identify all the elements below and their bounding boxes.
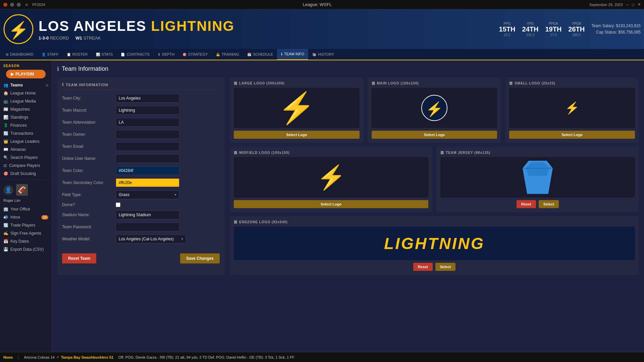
stadium-label: Stadium Name:: [62, 213, 116, 217]
standings-icon: 📊: [3, 115, 8, 120]
midfield-logo-header: 🖼 MIDFIELD LOGO (100x100): [234, 151, 428, 155]
form-row-city: Team City:: [62, 94, 220, 103]
maximize-button[interactable]: [17, 3, 21, 7]
midfield-logo-display: ⚡: [234, 157, 428, 197]
endzone-reset-button[interactable]: Reset: [413, 263, 433, 271]
tab-dashboard[interactable]: ⊞ DASHBOARD: [2, 49, 38, 60]
window-title: League: WSFL: [303, 2, 332, 7]
secondary-color-input[interactable]: [116, 178, 179, 187]
tab-stats[interactable]: 📊 STATS: [92, 49, 117, 60]
mascot-input[interactable]: [116, 106, 179, 115]
close-button[interactable]: [3, 3, 7, 7]
search-players-icon: 🔍: [3, 155, 8, 160]
sidebar: SEASON ▶ PLAY/SIM 👥 Teams ⊞ 🏠 League Hom…: [0, 60, 52, 352]
header-stats: PPG 15TH 25.5 YPG 24TH 330.5 PPGA 19TH 2…: [499, 22, 641, 37]
owner-input[interactable]: [116, 130, 179, 139]
large-logo-panel: 🖼 LARGE LOGO (300x300) ⚡ Select Logo: [230, 77, 364, 143]
tab-schedule[interactable]: 📅 SCHEDULE: [243, 49, 277, 60]
sidebar-item-draft-scouting[interactable]: 🎯 Draft Scouting: [0, 170, 52, 178]
logos-area: 🖼 LARGE LOGO (300x300) ⚡ Select Logo 🖼 M…: [230, 77, 639, 275]
score-display: Arizona Cobras 14 ✓ Tampa Bay Swashbuckl…: [24, 355, 113, 359]
jersey-display: [440, 157, 635, 197]
jersey-buttons: Reset Select: [440, 200, 635, 208]
team-logo: ⚡: [3, 14, 34, 44]
city-input[interactable]: [116, 94, 179, 103]
sidebar-item-standings[interactable]: 📊 Standings: [0, 113, 52, 121]
sidebar-item-transactions[interactable]: 🔄 Transactions: [0, 129, 52, 137]
abbr-input[interactable]: [116, 118, 179, 127]
tab-strategy[interactable]: 🎯 STRATEGY: [178, 49, 212, 60]
user-name: Roger Lim: [0, 198, 52, 205]
midfield-logo-panel: 🖼 MIDFIELD LOGO (100x100) ⚡ Select Logo: [230, 147, 432, 212]
midfield-logo-select-button[interactable]: Select Logo: [234, 200, 428, 208]
sidebar-item-key-dates[interactable]: 📅 Key Dates: [0, 237, 52, 245]
sidebar-item-export-data[interactable]: 💾 Export Data (CSV): [0, 245, 52, 253]
tab-history[interactable]: 📚 HISTORY: [308, 49, 338, 60]
sidebar-item-your-office[interactable]: 🏢 Your Office: [0, 205, 52, 213]
form-row-dome: Dome?: [62, 202, 220, 207]
svg-text:⚡: ⚡: [8, 20, 29, 40]
nav-tabs: ⊞ DASHBOARD 👤 STAFF 📋 ROSTER 📊 STATS 📄 C…: [0, 49, 644, 60]
form-row-email: Team Email:: [62, 142, 220, 151]
tab-roster[interactable]: 📋 ROSTER: [63, 49, 92, 60]
team-jersey-header: 🖼 TEAM JERSEY (98x135): [440, 151, 635, 155]
sidebar-item-magazines[interactable]: 📰 Magazines: [0, 105, 52, 113]
main-logo-select-button[interactable]: Select Logo: [372, 131, 497, 139]
sidebar-item-finances[interactable]: 💲 Finances: [0, 121, 52, 129]
form-row-password: Team Password:: [62, 223, 220, 231]
news-label: News: [3, 355, 13, 359]
email-input[interactable]: [116, 142, 179, 151]
password-input[interactable]: [116, 223, 179, 231]
play-sim-button[interactable]: ▶ PLAY/SIM: [6, 70, 46, 78]
sidebar-item-sign-free-agents[interactable]: ✍ Sign Free Agents: [0, 229, 52, 237]
sidebar-item-search-players[interactable]: 🔍 Search Players: [0, 154, 52, 162]
large-logo-select-button[interactable]: Select Logo: [234, 131, 360, 139]
field-type-label: Field Type:: [62, 192, 116, 197]
city-label: Team City:: [62, 96, 116, 101]
sidebar-item-league-media[interactable]: 📺 League Media: [0, 97, 52, 105]
teams-icon: 👥: [3, 83, 8, 87]
window-controls[interactable]: ≡ PF2024: [3, 2, 45, 7]
reset-team-button[interactable]: Reset Team: [62, 253, 96, 263]
news-bar: News | Arizona Cobras 14 ✓ Tampa Bay Swa…: [0, 352, 644, 362]
endzone-select-button[interactable]: Select: [435, 263, 455, 271]
sidebar-item-compare-players[interactable]: ⚖ Compare Players: [0, 162, 52, 170]
endzone-logo-panel: 🖼 ENDZONE LOGO (92x540) LIGHTNING Reset …: [230, 216, 639, 275]
mascot-label: Team Mascot:: [62, 108, 116, 113]
username-input[interactable]: [116, 154, 179, 163]
owner-label: Team Owner:: [62, 132, 116, 137]
field-type-select[interactable]: Grass Turf Artificial: [116, 190, 179, 199]
tab-training[interactable]: 💪 TRAINING: [212, 49, 244, 60]
email-label: Team Email:: [62, 144, 116, 149]
trade-players-icon: 🔃: [3, 223, 8, 228]
color-input[interactable]: [116, 166, 179, 175]
form-row-color: Team Color:: [62, 166, 220, 175]
tab-contracts[interactable]: 📄 CONTRACTS: [117, 49, 153, 60]
sidebar-item-league-leaders[interactable]: 👑 League Leaders: [0, 137, 52, 145]
dome-checkbox[interactable]: [116, 202, 120, 207]
sidebar-item-teams[interactable]: 👥 Teams ⊞: [0, 81, 52, 89]
sidebar-item-league-home[interactable]: 🏠 League Home: [0, 89, 52, 97]
weather-select[interactable]: Los Angeles (Cal-Los Angeles): [116, 235, 186, 243]
save-changes-button[interactable]: Save Changes: [180, 253, 220, 263]
top-bar: ≡ PF2024 League: WSFL September 29, 2023…: [0, 0, 644, 9]
tab-team-info[interactable]: ℹ TEAM INFO: [277, 49, 308, 60]
form-row-username: Online User Name:: [62, 154, 220, 163]
minimize-button[interactable]: [10, 3, 14, 7]
almanac-icon: 📖: [3, 147, 8, 152]
tab-depth[interactable]: ⬇ DEPTH: [154, 49, 178, 60]
news-details: Off. POG: Derek Garza - RB (TB): 21 att,…: [118, 355, 294, 359]
form-row-stadium: Stadium Name:: [62, 210, 220, 219]
tab-staff[interactable]: 👤 STAFF: [38, 49, 63, 60]
jersey-reset-button[interactable]: Reset: [517, 200, 536, 208]
large-logo-display: ⚡: [234, 88, 360, 128]
jersey-select-button[interactable]: Select: [539, 200, 559, 208]
small-logo-select-button[interactable]: Select Logo: [509, 131, 635, 139]
sidebar-item-trade-players[interactable]: 🔃 Trade Players: [0, 221, 52, 229]
finances-icon: 💲: [3, 123, 8, 128]
sidebar-item-almanac[interactable]: 📖 Almanac: [0, 145, 52, 154]
stadium-input[interactable]: [116, 210, 179, 219]
page-title-icon: ℹ: [57, 66, 59, 72]
sidebar-item-inbox[interactable]: 📬 Inbox 28: [0, 213, 52, 221]
main-logo-display: ⚡: [372, 88, 497, 128]
